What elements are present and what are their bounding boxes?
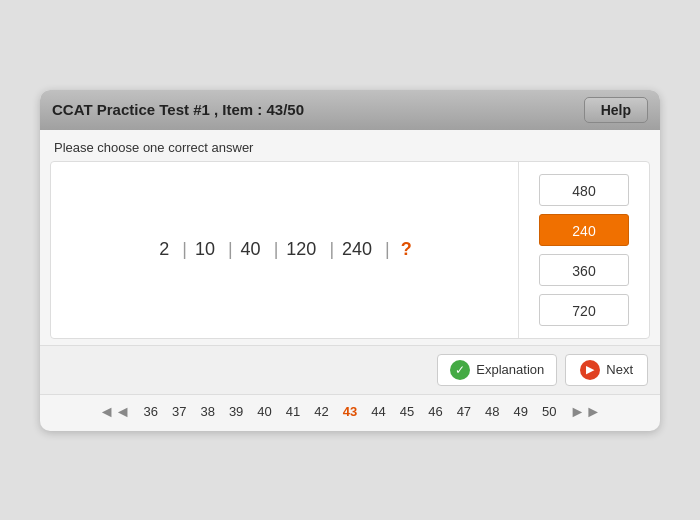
explanation-label: Explanation — [476, 362, 544, 377]
next-button[interactable]: ▶ Next — [565, 354, 648, 386]
page-37[interactable]: 37 — [167, 403, 191, 420]
answer-360[interactable]: 360 — [539, 254, 629, 286]
page-48[interactable]: 48 — [480, 403, 504, 420]
seq-item-5: 240 — [340, 239, 374, 260]
next-label: Next — [606, 362, 633, 377]
page-42[interactable]: 42 — [309, 403, 333, 420]
answer-240[interactable]: 240 — [539, 214, 629, 246]
prev-nav[interactable]: ◄◄ — [95, 403, 135, 421]
page-40[interactable]: 40 — [252, 403, 276, 420]
page-41[interactable]: 41 — [281, 403, 305, 420]
question-area: 2 | 10 | 40 | 120 | 240 | ? — [51, 162, 519, 338]
next-nav[interactable]: ►► — [566, 403, 606, 421]
answers-area: 480 240 360 720 — [519, 162, 649, 338]
page-39[interactable]: 39 — [224, 403, 248, 420]
sep-2: | — [221, 239, 235, 260]
seq-item-2: 10 — [193, 239, 217, 260]
seq-item-1: 2 — [157, 239, 171, 260]
page-36[interactable]: 36 — [138, 403, 162, 420]
page-50[interactable]: 50 — [537, 403, 561, 420]
sep-3: | — [267, 239, 281, 260]
help-button[interactable]: Help — [584, 97, 648, 123]
pagination: ◄◄ 36 37 38 39 40 41 42 43 44 45 46 47 4… — [40, 395, 660, 431]
header: CCAT Practice Test #1 , Item : 43/50 Hel… — [40, 90, 660, 130]
sep-1: | — [175, 239, 189, 260]
header-title: CCAT Practice Test #1 , Item : 43/50 — [52, 101, 304, 118]
sequence-display: 2 | 10 | 40 | 120 | 240 | ? — [157, 239, 412, 260]
page-38[interactable]: 38 — [195, 403, 219, 420]
question-panel: 2 | 10 | 40 | 120 | 240 | ? 480 240 360 … — [50, 161, 650, 339]
seq-item-4: 120 — [284, 239, 318, 260]
footer-buttons: ✓ Explanation ▶ Next — [40, 345, 660, 394]
instruction-text: Please choose one correct answer — [40, 130, 660, 161]
answer-480[interactable]: 480 — [539, 174, 629, 206]
sep-5: | — [378, 239, 392, 260]
sep-4: | — [322, 239, 336, 260]
page-43-current[interactable]: 43 — [338, 403, 362, 420]
page-46[interactable]: 46 — [423, 403, 447, 420]
seq-item-3: 40 — [239, 239, 263, 260]
page-44[interactable]: 44 — [366, 403, 390, 420]
play-icon: ▶ — [580, 360, 600, 380]
seq-question: ? — [396, 239, 412, 260]
page-49[interactable]: 49 — [509, 403, 533, 420]
main-container: CCAT Practice Test #1 , Item : 43/50 Hel… — [40, 90, 660, 431]
page-45[interactable]: 45 — [395, 403, 419, 420]
explanation-button[interactable]: ✓ Explanation — [437, 354, 557, 386]
answer-720[interactable]: 720 — [539, 294, 629, 326]
page-47[interactable]: 47 — [452, 403, 476, 420]
check-icon: ✓ — [450, 360, 470, 380]
